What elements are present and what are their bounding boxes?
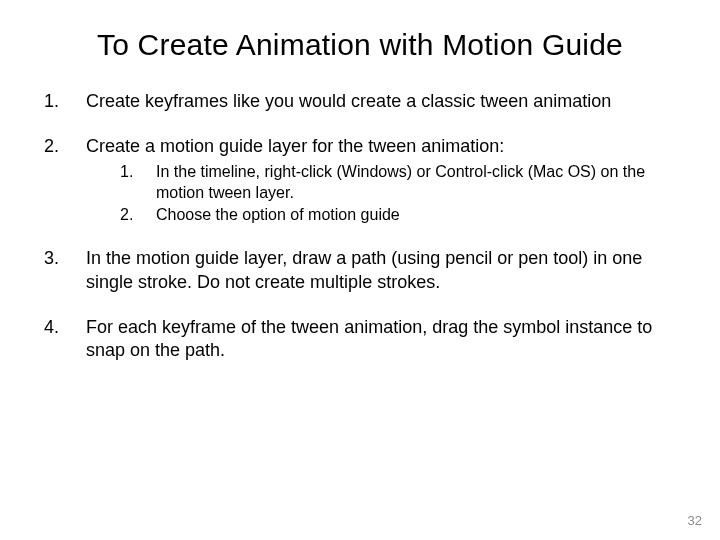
step-item: Create keyframes like you would create a… — [40, 90, 680, 113]
step-text: Create keyframes like you would create a… — [86, 91, 611, 111]
substep-text: In the timeline, right-click (Windows) o… — [156, 163, 645, 200]
slide-title: To Create Animation with Motion Guide — [40, 28, 680, 62]
step-item: Create a motion guide layer for the twee… — [40, 135, 680, 225]
substep-list: In the timeline, right-click (Windows) o… — [86, 162, 680, 225]
step-item: For each keyframe of the tween animation… — [40, 316, 680, 362]
substep-text: Choose the option of motion guide — [156, 206, 400, 223]
slide: To Create Animation with Motion Guide Cr… — [0, 0, 720, 540]
step-text: For each keyframe of the tween animation… — [86, 317, 652, 360]
page-number: 32 — [688, 513, 702, 528]
step-list: Create keyframes like you would create a… — [40, 90, 680, 362]
step-item: In the motion guide layer, draw a path (… — [40, 247, 680, 293]
substep-item: In the timeline, right-click (Windows) o… — [116, 162, 680, 203]
step-text: In the motion guide layer, draw a path (… — [86, 248, 642, 291]
substep-item: Choose the option of motion guide — [116, 205, 680, 225]
step-text: Create a motion guide layer for the twee… — [86, 135, 680, 158]
